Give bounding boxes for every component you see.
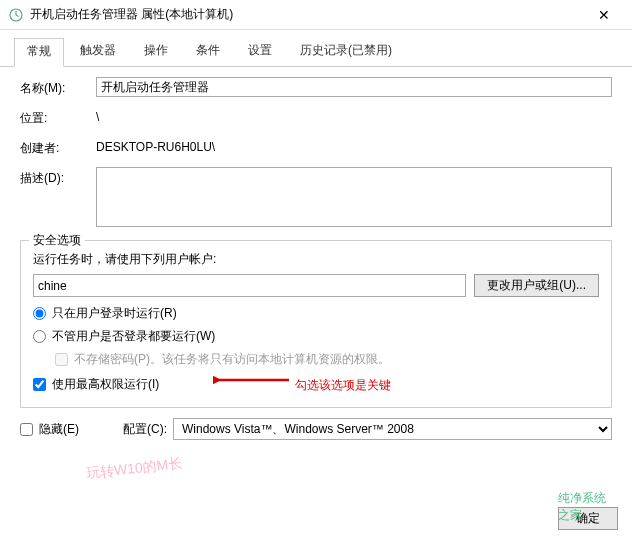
footer: 确定 纯净系统之家	[558, 507, 618, 530]
creator-label: 创建者:	[20, 137, 96, 157]
annotation-arrow-icon	[213, 370, 293, 392]
hidden-label: 隐藏(E)	[39, 421, 79, 438]
tab-actions[interactable]: 操作	[132, 38, 180, 66]
change-user-button[interactable]: 更改用户或组(U)...	[474, 274, 599, 297]
radio-any-user-label: 不管用户是否登录都要运行(W)	[52, 328, 215, 345]
creator-value: DESKTOP-RU6H0LU\	[96, 137, 612, 154]
description-input[interactable]	[96, 167, 612, 227]
description-label: 描述(D):	[20, 167, 96, 187]
account-prompt: 运行任务时，请使用下列用户帐户:	[33, 251, 599, 268]
tab-history[interactable]: 历史记录(已禁用)	[288, 38, 404, 66]
security-group-title: 安全选项	[29, 232, 85, 249]
name-label: 名称(M):	[20, 77, 96, 97]
radio-logged-on[interactable]	[33, 307, 46, 320]
window-title: 开机启动任务管理器 属性(本地计算机)	[30, 6, 584, 23]
brand-watermark: 纯净系统之家	[558, 490, 612, 524]
account-input[interactable]	[33, 274, 466, 297]
location-value: \	[96, 107, 612, 124]
highest-privilege-checkbox[interactable]	[33, 378, 46, 391]
tab-settings[interactable]: 设置	[236, 38, 284, 66]
annotation-text: 勾选该选项是关键	[295, 377, 391, 394]
tab-triggers[interactable]: 触发器	[68, 38, 128, 66]
highest-privilege-label: 使用最高权限运行(I)	[52, 376, 159, 393]
titlebar: 开机启动任务管理器 属性(本地计算机) ✕	[0, 0, 632, 30]
hidden-checkbox[interactable]	[20, 423, 33, 436]
security-group: 安全选项 运行任务时，请使用下列用户帐户: 更改用户或组(U)... 只在用户登…	[20, 240, 612, 408]
name-input[interactable]	[96, 77, 612, 97]
config-select[interactable]: Windows Vista™、Windows Server™ 2008	[173, 418, 612, 440]
radio-logged-on-label: 只在用户登录时运行(R)	[52, 305, 177, 322]
no-store-password-label: 不存储密码(P)。该任务将只有访问本地计算机资源的权限。	[74, 351, 390, 368]
no-store-password-checkbox	[55, 353, 68, 366]
clock-icon	[8, 7, 24, 23]
config-label: 配置(C):	[123, 421, 167, 438]
tab-strip: 常规 触发器 操作 条件 设置 历史记录(已禁用)	[0, 30, 632, 67]
tab-conditions[interactable]: 条件	[184, 38, 232, 66]
radio-any-user[interactable]	[33, 330, 46, 343]
tab-content: 名称(M): 位置: \ 创建者: DESKTOP-RU6H0LU\ 描述(D)…	[0, 67, 632, 450]
close-button[interactable]: ✕	[584, 7, 624, 23]
watermark: 玩转W10的M长	[85, 455, 183, 483]
tab-general[interactable]: 常规	[14, 38, 64, 67]
location-label: 位置:	[20, 107, 96, 127]
